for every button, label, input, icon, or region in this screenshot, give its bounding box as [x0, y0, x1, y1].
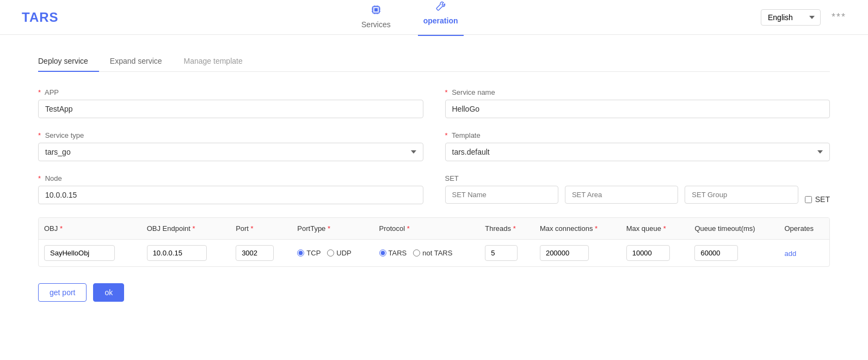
- port-type-group: TCP UDP: [297, 249, 368, 257]
- set-name-input[interactable]: [445, 186, 558, 204]
- service-table: OBJ * OBJ Endpoint * Port * PortType *: [39, 218, 829, 266]
- col-max-connections: Max connections *: [534, 218, 621, 240]
- cell-max-queue: [621, 240, 690, 267]
- set-checkbox-text: SET: [815, 195, 830, 204]
- set-group-input[interactable]: [685, 186, 798, 204]
- service-table-wrapper: OBJ * OBJ Endpoint * Port * PortType *: [38, 217, 830, 267]
- protocol-group: TARS not TARS: [379, 249, 475, 257]
- cell-max-connections: [534, 240, 621, 267]
- protocol-not-tars-text: not TARS: [422, 249, 452, 257]
- service-name-input[interactable]: [445, 100, 830, 118]
- node-label: * Node: [38, 174, 423, 182]
- col-threads: Threads *: [479, 218, 534, 240]
- protocol-tars-label[interactable]: TARS: [379, 249, 407, 257]
- nav-right: English 中文 ***: [761, 9, 846, 26]
- form-row-1: * APP * Service name: [38, 88, 830, 118]
- ok-button[interactable]: ok: [93, 283, 124, 302]
- service-name-required: *: [445, 88, 448, 96]
- more-icon[interactable]: ***: [832, 11, 846, 23]
- add-link[interactable]: add: [785, 249, 797, 258]
- app-input[interactable]: [38, 100, 423, 118]
- cell-port-type: TCP UDP: [292, 240, 373, 267]
- set-label: SET: [445, 174, 830, 182]
- port-type-udp-radio[interactable]: [327, 249, 334, 257]
- col-queue-timeout: Queue timeout(ms): [689, 218, 779, 240]
- col-port: Port *: [230, 218, 292, 240]
- nav-services-label: Services: [361, 20, 391, 29]
- get-port-button[interactable]: get port: [38, 283, 87, 302]
- cell-operates: add: [779, 240, 830, 267]
- port-type-tcp-radio[interactable]: [297, 249, 304, 257]
- operation-icon: [435, 0, 447, 15]
- nav-operation[interactable]: operation: [418, 0, 464, 36]
- col-operates: Operates: [779, 218, 830, 240]
- language-select[interactable]: English 中文: [761, 9, 821, 26]
- col-obj: OBJ *: [39, 218, 141, 240]
- port-type-tcp-text: TCP: [306, 249, 321, 257]
- max-queue-input[interactable]: [626, 245, 670, 261]
- col-port-type: PortType *: [292, 218, 373, 240]
- services-icon: [370, 4, 382, 19]
- logo-rs: RS: [39, 10, 58, 25]
- node-input[interactable]: [38, 186, 423, 204]
- col-protocol: Protocol *: [374, 218, 480, 240]
- set-checkbox-label[interactable]: SET: [805, 195, 830, 204]
- service-type-label: * Service type: [38, 131, 423, 139]
- protocol-tars-text: TARS: [389, 249, 407, 257]
- logo: TARS: [22, 10, 59, 25]
- cell-protocol: TARS not TARS: [374, 240, 480, 267]
- queue-timeout-input[interactable]: [694, 245, 738, 261]
- obj-input[interactable]: [44, 245, 115, 261]
- form-row-3: * Node SET SET: [38, 174, 830, 204]
- template-label: * Template: [445, 131, 830, 139]
- max-connections-input[interactable]: [540, 245, 589, 261]
- threads-input[interactable]: [485, 245, 518, 261]
- app-label: * APP: [38, 88, 423, 96]
- col-max-queue: Max queue *: [621, 218, 690, 240]
- protocol-not-tars-radio[interactable]: [413, 249, 420, 257]
- cell-queue-timeout: [689, 240, 779, 267]
- app-group: * APP: [38, 88, 423, 118]
- port-type-tcp-label[interactable]: TCP: [297, 249, 321, 257]
- table-row: TCP UDP TARS: [39, 240, 829, 267]
- service-type-select[interactable]: tars_go tars_cpp tars_java tars_nodejs: [38, 143, 423, 161]
- tabs: Deploy service Expand service Manage tem…: [38, 51, 830, 72]
- set-group: SET SET: [445, 174, 830, 204]
- cell-obj-endpoint: [141, 240, 230, 267]
- port-input[interactable]: [236, 245, 274, 261]
- logo-ta: TA: [22, 10, 39, 25]
- main-content: Deploy service Expand service Manage tem…: [0, 35, 868, 318]
- header: TARS: [0, 0, 868, 35]
- template-select[interactable]: tars.default tars.product: [445, 143, 830, 161]
- port-type-udp-text: UDP: [336, 249, 351, 257]
- col-obj-endpoint: OBJ Endpoint *: [141, 218, 230, 240]
- set-inputs: SET: [445, 186, 830, 204]
- table-head: OBJ * OBJ Endpoint * Port * PortType *: [39, 218, 829, 240]
- form-row-2: * Service type tars_go tars_cpp tars_jav…: [38, 131, 830, 161]
- table-body: TCP UDP TARS: [39, 240, 829, 267]
- service-name-group: * Service name: [445, 88, 830, 118]
- cell-threads: [479, 240, 534, 267]
- main-nav: Services operation: [356, 0, 463, 35]
- tab-deploy[interactable]: Deploy service: [38, 51, 99, 72]
- set-area-input[interactable]: [565, 186, 678, 204]
- node-group: * Node: [38, 174, 423, 204]
- set-checkbox[interactable]: [805, 196, 812, 203]
- service-type-group: * Service type tars_go tars_cpp tars_jav…: [38, 131, 423, 161]
- protocol-tars-radio[interactable]: [379, 249, 386, 257]
- cell-port: [230, 240, 292, 267]
- protocol-not-tars-label[interactable]: not TARS: [413, 249, 452, 257]
- footer-buttons: get port ok: [38, 283, 830, 302]
- app-required: *: [38, 88, 41, 96]
- nav-operation-label: operation: [423, 16, 458, 25]
- tab-manage-template[interactable]: Manage template: [184, 51, 254, 72]
- port-type-udp-label[interactable]: UDP: [327, 249, 351, 257]
- svg-rect-1: [374, 8, 378, 11]
- template-group: * Template tars.default tars.product: [445, 131, 830, 161]
- service-name-label: * Service name: [445, 88, 830, 96]
- cell-obj: [39, 240, 141, 267]
- tab-expand[interactable]: Expand service: [110, 51, 173, 72]
- obj-endpoint-input[interactable]: [147, 245, 207, 261]
- nav-services[interactable]: Services: [356, 4, 396, 31]
- table-header-row: OBJ * OBJ Endpoint * Port * PortType *: [39, 218, 829, 240]
